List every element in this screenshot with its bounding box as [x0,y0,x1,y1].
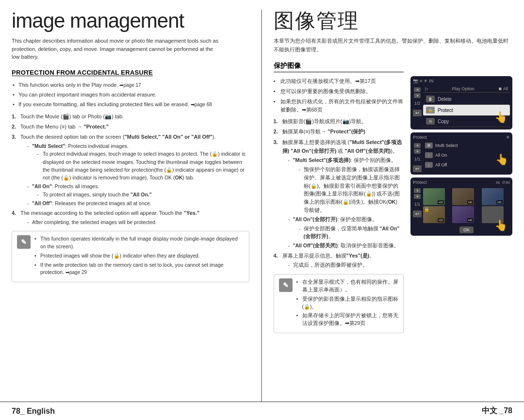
step-4: 4.The message according to the selected … [12,209,249,226]
ok-button[interactable]: OK [459,226,474,233]
cn-all-on-sub: 保护全部图像，仅需简单地触摸 "All On"(全部打开)。 [293,225,404,241]
screen3-in-icon: IN [496,180,500,185]
steps-list: 1.Touch the Movie (🎬) tab or Photo (📷) t… [12,113,249,226]
all-on-sub: To protect all images, simply touch the … [32,191,249,198]
cn-multi-detail: 预保护个别的影音图像，触摸该图像选择保护。屏幕上被选定的图像上显示指示图标(🔒)… [299,165,404,214]
screen-thumbnails: Protect IN ⏱90 ∧ ∨ 1/1 ↩ [410,178,512,236]
copy-label: Copy [438,119,449,124]
step-2: 2.Touch the Menu (≡) tab → "Protect." [12,123,249,131]
back-btn-2[interactable]: ↩ [413,165,422,172]
allon-label: All On [435,153,447,158]
cn-multi-sub: 预保护个别的影音图像，触摸该图像选择保护。屏幕上被选定的图像上显示指示图标(🔒)… [293,165,404,214]
nav-down-3[interactable]: ∨ [414,194,421,199]
thumb-1[interactable]: HD [423,188,445,205]
screen1-menu-icon: ≡ [420,79,422,83]
ui-screens-column: 📷 ≡ ☀ IN ∧ ∨ 1/2 ↩ [410,76,512,333]
nav-down[interactable]: ∨ [414,93,421,98]
all-off-desc: "All Off": Releases the protected images… [25,199,249,207]
screen3-time-icon: ⏱90 [502,180,510,185]
delete-label: Delete [438,97,452,102]
thumb-4[interactable]: 🔒 HD [423,206,445,223]
thumb-2[interactable]: HD [452,188,474,205]
multi-select-desc: "Multi Select": Protects individual imag… [25,142,249,181]
hd-badge-4: HD [438,218,444,222]
cn-bullet-1: 此功能仅可在播放模式下使用。➡第17页 [274,77,404,86]
multi-select-sub: To protect individual images, touch imag… [32,150,249,181]
cn-step-3: 3.触摸屏幕上想要选择的选项 ("Multi Select"(多项选择) "Al… [274,138,404,250]
cn-step-4: 4.屏幕上显示提示信息。触摸"Yes"(是)。 完成后，所选的图像即被保护。 [274,252,404,269]
protect-icon: 🔒 [426,107,435,113]
screen-play-option: 📷 ≡ ☀ IN ∧ ∨ 1/2 ↩ [410,76,512,129]
cn-step4-sub: 完成后，所选的图像即被保护。 [282,261,404,269]
footer-page-cn: 中文 _78 [482,406,512,416]
intro-text-cn: 本章节为您介绍有关影音或照片文件管理工具的信息。譬如保护、删除、复制和移动。电池… [274,37,513,54]
screen3-page: 1/1 [414,202,421,207]
multiselect-icon: ⊞ [425,143,433,148]
cn-note-1: 在全屏显示模式下，也有相同的操作。屏幕上显示单画面）。 [296,278,399,294]
screen2-close-icon[interactable]: ✕ [506,135,510,140]
hd-badge-3: HD [496,200,503,204]
all-on-desc: "All On": Protects all images. To protec… [25,182,249,198]
cn-note-box: ✎ 在全屏显示模式下，也有相同的操作。屏幕上显示单画面）。 受保护的影音图像上显… [274,274,404,333]
hd-badge-2: HD [467,200,474,204]
menu-item-delete[interactable]: 🗑 Delete [423,94,510,105]
page-title-en: image management [12,10,249,32]
screen1-camera-icon: 📷 [413,79,418,83]
cn-step-2: 2.触摸菜单(≡)导航→ "Protect"(保护) [274,128,404,136]
cn-note-icon: ✎ [279,278,293,292]
thumbnail-grid: HD HD HD 🔒 HD [423,188,510,223]
cn-step3-sub: "Multi Select"(多项选择): 保护个别的图像。 预保护个别的影音图… [282,156,404,250]
cn-bullet-2: 您可以保护重要的图像免受偶然删除。 [274,87,404,96]
page-footer: 78_ English 中文 _78 [0,402,524,420]
delete-icon: 🗑 [426,96,435,102]
nav-up-3[interactable]: ∧ [414,188,421,193]
screen2-protect-title: Protect [413,135,427,140]
cn-note-3: 如果存储卡上的写保护片被锁上，您将无法设置保护图像。➡第29页 [296,312,399,327]
cn-note-content: 在全屏显示模式下，也有相同的操作。屏幕上显示单画面）。 受保护的影音图像上显示相… [296,278,399,329]
bullet-1: This function works only in the Play mod… [12,81,249,89]
cn-all-on: "All On"(全部打开): 保护全部图像。 保护全部图像，仅需简单地触摸 "… [288,215,404,241]
allon-icon: ↑ [425,152,433,158]
cn-bullet-3: 如果您执行格式化，所有的文件包括被保护的文件将被删除。➡第68页 [274,97,404,114]
screen2-page: 1/1 [414,157,421,162]
section-title-cn: 保护图像 [274,62,404,72]
cn-all-off: "All Off"(全部关闭): 取消保护全部影音图像。 [288,242,404,250]
multi-select-detail: To protect individual images, touch imag… [37,150,249,181]
cn-steps-list: 1.触摸影音(🎬)导航或照片(📷)导航。 2.触摸菜单(≡)导航→ "Prote… [274,117,404,270]
protect-label: Protect [438,108,453,113]
hd-badge-5: HD [467,218,474,222]
finger-cursor-2: 👆 [495,153,508,166]
step4-detail: After completing, the selected images wi… [25,218,249,226]
cn-all-on-detail: 保护全部图像，仅需简单地触摸 "All On"(全部打开)。 [299,225,404,241]
nav-down-2[interactable]: ∨ [414,149,421,154]
section-title-en: PROTECTION FROM ACCIDENTAL ERASURE [12,69,249,76]
screen1-rec-icon: ⏺ All [498,86,508,91]
screen-protect-menu: Protect ✕ ∧ ∨ 1/1 ↩ ⊞ Mu [410,132,512,175]
finger-cursor-3: 👆 [494,219,508,232]
thumb-3[interactable]: HD [482,188,504,205]
step4-sub: After completing, the selected images wi… [20,218,249,226]
screen1-title: Play Option [452,86,475,91]
nav-up[interactable]: ∧ [414,87,421,92]
bullet-3: If you execute formatting, all files inc… [12,100,249,109]
ms-item-multiselect[interactable]: ⊞ Multi Select [423,141,510,150]
screen1-battery-icon: IN [429,79,433,83]
screen3-protect-title: Protect [413,180,427,185]
thumb-5[interactable]: HD [452,206,474,223]
bullet-2: You can protect important images from ac… [12,91,249,99]
step3-sub: "Multi Select": Protects individual imag… [20,142,249,207]
back-btn-1[interactable]: ↩ [413,110,422,116]
cn-multi-select: "Multi Select"(多项选择): 保护个别的图像。 预保护个别的影音图… [288,156,404,214]
all-on-detail: To protect all images, simply touch the … [37,191,249,198]
page-title-cn: 图像管理 [274,10,513,32]
note-item-3: If the write protection tab on the memor… [34,261,244,277]
back-btn-3[interactable]: ↩ [413,210,422,217]
screen1-play-icon: ▷ [425,86,428,91]
nav-up-2[interactable]: ∧ [414,143,421,148]
cn-step4-detail: 完成后，所选的图像即被保护。 [288,261,404,269]
copy-icon: ⎘ [426,118,435,125]
step-3: 3.Touch the desired option tab on the sc… [12,133,249,207]
finger-cursor-1: 👆 [494,111,508,124]
note-item-2: Protected images will show the (🔒) indic… [34,252,244,260]
cn-protection-bullets: 此功能仅可在播放模式下使用。➡第17页 您可以保护重要的图像免受偶然删除。 如果… [274,77,404,114]
